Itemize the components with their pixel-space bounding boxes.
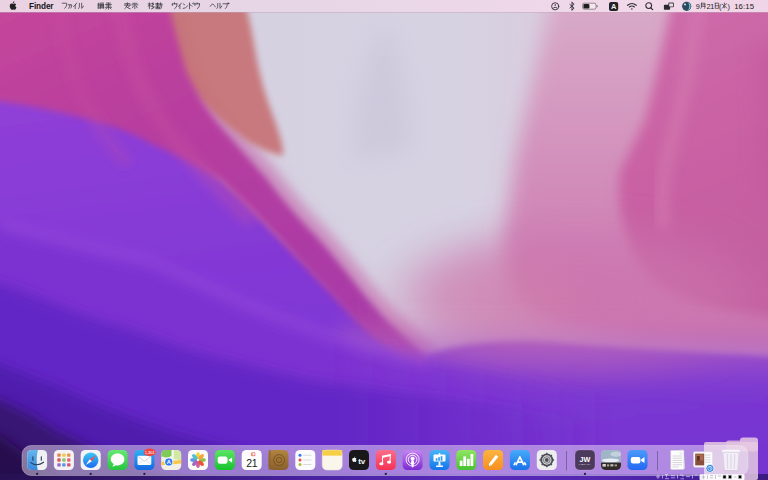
svg-text:Finder: Finder <box>29 2 54 11</box>
svg-text:1,301: 1,301 <box>145 450 155 455</box>
svg-text:): ) <box>727 2 729 11</box>
svg-text:A: A <box>611 2 617 11</box>
svg-text:21: 21 <box>707 2 715 11</box>
svg-text:tv: tv <box>358 457 365 466</box>
svg-text:16:15: 16:15 <box>734 2 755 11</box>
svg-text:21: 21 <box>246 457 257 469</box>
svg-text:LIBRARY: LIBRARY <box>579 463 591 466</box>
svg-text:9: 9 <box>696 2 700 11</box>
